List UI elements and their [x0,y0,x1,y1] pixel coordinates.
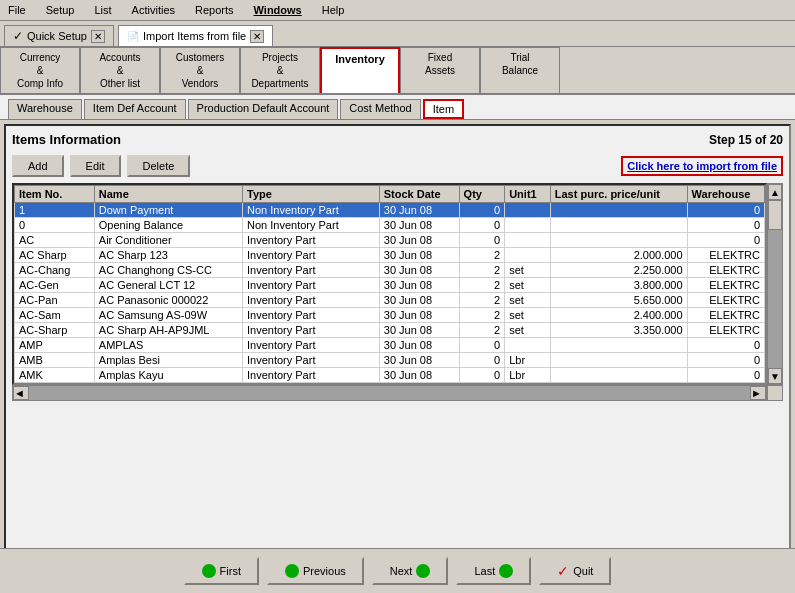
menu-windows[interactable]: Windows [250,2,306,18]
col-name: Name [94,186,242,203]
toolbar: Add Edit Delete Click here to import fro… [12,155,783,177]
menu-setup[interactable]: Setup [42,2,79,18]
nav-tab-customers[interactable]: Customers & Vendors [160,47,240,93]
menu-activities[interactable]: Activities [128,2,179,18]
sub-tab-cost-method[interactable]: Cost Method [340,99,420,119]
last-icon [499,564,513,578]
col-price: Last purc. price/unit [550,186,687,203]
nav-tab-accounts[interactable]: Accounts & Other list [80,47,160,93]
sub-tab-production-default[interactable]: Production Default Account [188,99,339,119]
vertical-scrollbar[interactable]: ▲ ▼ [767,183,783,385]
import-link[interactable]: Click here to import from file [621,156,783,176]
sub-tabs: Warehouse Item Def Account Production De… [0,95,795,120]
first-icon [202,564,216,578]
menu-bar: File Setup List Activities Reports Windo… [0,0,795,21]
table-wrapper[interactable]: Item No. Name Type Stock Date Qty Unit1 … [12,183,767,385]
main-content: Items Information Step 15 of 20 Add Edit… [4,124,791,589]
menu-help[interactable]: Help [318,2,349,18]
table-row[interactable]: AMPAMPLASInventory Part30 Jun 0800 [15,338,765,353]
table-row[interactable]: AMKAmplas KayuInventory Part30 Jun 080Lb… [15,368,765,383]
col-unit1: Unit1 [505,186,551,203]
last-button[interactable]: Last [456,557,531,585]
col-qty: Qty [459,186,505,203]
delete-button[interactable]: Delete [127,155,191,177]
items-table: Item No. Name Type Stock Date Qty Unit1 … [14,185,765,383]
tab-quick-setup[interactable]: ✓ Quick Setup ✕ [4,25,114,46]
add-button[interactable]: Add [12,155,64,177]
table-row[interactable]: AC-SharpAC Sharp AH-AP9JMLInventory Part… [15,323,765,338]
table-row[interactable]: ACAir ConditionerInventory Part30 Jun 08… [15,233,765,248]
nav-tab-fixed-assets[interactable]: Fixed Assets [400,47,480,93]
tab-import-items[interactable]: 📄 Import Items from file ✕ [118,25,273,46]
nav-tab-projects[interactable]: Projects & Departments [240,47,320,93]
step-info: Step 15 of 20 [709,133,783,147]
close-import-items[interactable]: ✕ [250,30,264,43]
close-quick-setup[interactable]: ✕ [91,30,105,43]
nav-tab-inventory[interactable]: Inventory [320,47,400,93]
table-row[interactable]: AC-SamAC Samsung AS-09WInventory Part30 … [15,308,765,323]
next-icon [416,564,430,578]
nav-tabs: Currency & Comp Info Accounts & Other li… [0,47,795,95]
table-row[interactable]: AC-GenAC General LCT 12Inventory Part30 … [15,278,765,293]
tab-bar: ✓ Quick Setup ✕ 📄 Import Items from file… [0,21,795,47]
sub-tab-item[interactable]: Item [423,99,464,119]
table-row[interactable]: 0Opening BalanceNon Inventory Part30 Jun… [15,218,765,233]
table-area: Item No. Name Type Stock Date Qty Unit1 … [12,183,783,401]
sub-tab-warehouse[interactable]: Warehouse [8,99,82,119]
scroll-up-button[interactable]: ▲ [768,184,782,200]
table-row[interactable]: AC-ChangAC Changhong CS-CCInventory Part… [15,263,765,278]
previous-button[interactable]: Previous [267,557,364,585]
quit-icon: ✓ [557,563,569,579]
sub-tab-item-def-account[interactable]: Item Def Account [84,99,186,119]
previous-icon [285,564,299,578]
import-link-container: Click here to import from file [621,160,783,172]
menu-list[interactable]: List [90,2,115,18]
menu-reports[interactable]: Reports [191,2,238,18]
menu-file[interactable]: File [4,2,30,18]
col-type: Type [242,186,379,203]
horizontal-scrollbar[interactable]: ◄ ► [12,385,767,401]
col-warehouse: Warehouse [687,186,764,203]
next-button[interactable]: Next [372,557,449,585]
section-title: Items Information [12,132,121,147]
first-button[interactable]: First [184,557,259,585]
col-stock-date: Stock Date [379,186,459,203]
nav-tab-currency[interactable]: Currency & Comp Info [0,47,80,93]
bottom-nav: First Previous Next Last ✓ Quit [0,548,795,593]
col-item-no: Item No. [15,186,95,203]
scroll-down-button[interactable]: ▼ [768,368,782,384]
scroll-right-button[interactable]: ► [750,386,766,400]
header-row: Items Information Step 15 of 20 [12,132,783,147]
scroll-left-button[interactable]: ◄ [13,386,29,400]
quit-button[interactable]: ✓ Quit [539,557,611,585]
edit-button[interactable]: Edit [70,155,121,177]
table-row[interactable]: AC SharpAC Sharp 123Inventory Part30 Jun… [15,248,765,263]
scroll-thumb[interactable] [768,200,782,230]
table-row[interactable]: 1Down PaymentNon Inventory Part30 Jun 08… [15,203,765,218]
nav-tab-trial-balance[interactable]: Trial Balance [480,47,560,93]
table-row[interactable]: AC-PanAC Panasonic 000022Inventory Part3… [15,293,765,308]
table-row[interactable]: AMBAmplas BesiInventory Part30 Jun 080Lb… [15,353,765,368]
